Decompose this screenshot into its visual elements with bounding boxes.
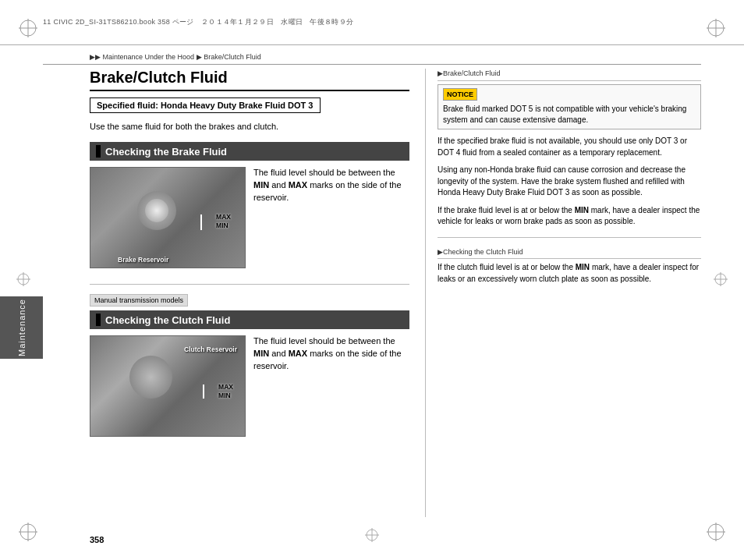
main-content: Brake/Clutch Fluid Specified fluid: Hond… [90,69,701,517]
top-bar-text: 11 CIVIC 2D_SI-31TS86210.book 358 ページ ２０… [43,17,353,27]
clutch-section-text: The fluid level should be between the MI… [253,335,409,373]
breadcrumb-arrow2: ▶ [197,53,202,61]
right-clutch-title: ▶Checking the Clutch Fluid [438,247,701,260]
brake-section-text: The fluid level should be between the MI… [253,167,409,204]
maintenance-tab: Maintenance [0,296,43,359]
brake-max-bold: MAX [289,180,307,190]
left-center-mark [16,271,31,289]
clutch-arrow-indicator [203,385,204,399]
use-same-text: Use the same fluid for both the brakes a… [90,121,409,133]
right-para-3-bold: MIN [575,206,589,214]
corner-mark-bl [17,521,39,543]
brake-text-p1: The fluid level should be between the [253,168,395,177]
manual-label: Manual transmission models [90,294,188,307]
right-para-1: If the specified brake fluid is not avai… [438,136,701,158]
clutch-min-bold: MIN [253,349,269,358]
section-separator [90,284,409,285]
page-title: Brake/Clutch Fluid [90,69,409,91]
breadcrumb-item1: Maintenance Under the Hood [103,53,195,61]
clutch-header-bar [96,314,101,326]
right-clutch-p1: If the clutch fluid level is at or below… [438,263,576,271]
manual-label-wrapper: Manual transmission models [90,294,409,310]
notice-label: NOTICE [443,88,477,101]
brake-min-bold: MIN [253,180,269,190]
clutch-reservoir-label: Clutch Reservoir [184,346,237,353]
brake-section-title: Checking the Brake Fluid [105,146,227,158]
clutch-content: MAX MIN Clutch Reservoir The fluid level… [90,335,409,443]
clutch-text-p1: The fluid level should be between the [253,336,395,346]
clutch-max-bold: MAX [289,349,307,358]
right-brake-title: ▶Brake/Clutch Fluid [438,69,701,81]
brake-max-label: MAX [216,213,231,222]
brake-min-label: MIN [216,222,231,230]
clutch-min-label: MIN [218,392,233,400]
brake-image: MAX MIN Brake Reservoir [90,167,246,268]
notice-text: Brake fluid marked DOT 5 is not compatib… [443,104,696,126]
clutch-section-header: Checking the Clutch Fluid [90,310,409,329]
brake-header-bar [96,145,101,158]
clutch-max-label: MAX [218,383,233,392]
maintenance-tab-label: Maintenance [17,299,27,356]
breadcrumb-item2: Brake/Clutch Fluid [204,53,261,61]
brake-text-p2: and [269,180,288,190]
brake-content: MAX MIN Brake Reservoir The fluid level … [90,167,409,275]
right-para-3: If the brake fluid level is at or below … [438,205,701,228]
top-rule [43,64,701,65]
notice-box: NOTICE Brake fluid marked DOT 5 is not c… [438,84,701,130]
brake-reservoir-label: Brake Reservoir [118,256,168,264]
clutch-image: MAX MIN Clutch Reservoir [90,335,246,437]
left-column: Brake/Clutch Fluid Specified fluid: Hond… [90,69,425,517]
page-number: 358 [90,535,104,544]
specified-fluid-text: Specified fluid: Honda Heavy Duty Brake … [97,101,314,110]
right-para-3-p1: If the brake fluid level is at or below … [438,206,575,214]
right-para-2: Using any non-Honda brake fluid can caus… [438,165,701,199]
right-clutch-bold: MIN [576,263,590,271]
clutch-text-p2: and [269,349,288,358]
brake-section-header: Checking the Brake Fluid [90,142,409,161]
right-clutch-para: If the clutch fluid level is at or below… [438,262,701,285]
clutch-max-min-label: MAX MIN [218,383,233,400]
right-separator [438,237,701,238]
brake-max-min-label: MAX MIN [216,213,231,230]
right-column: ▶Brake/Clutch Fluid NOTICE Brake fluid m… [425,69,701,517]
breadcrumb-arrow1: ▶▶ [90,53,101,61]
top-bar: 11 CIVIC 2D_SI-31TS86210.book 358 ページ ２０… [0,0,744,45]
specified-fluid-box: Specified fluid: Honda Heavy Duty Brake … [90,97,321,113]
right-center-mark [713,271,728,289]
clutch-section-title: Checking the Clutch Fluid [105,314,230,326]
corner-mark-br [705,521,727,543]
bottom-center-mark [364,527,380,544]
breadcrumb: ▶▶ Maintenance Under the Hood ▶ Brake/Cl… [90,53,261,61]
brake-arrow-indicator [200,214,202,230]
